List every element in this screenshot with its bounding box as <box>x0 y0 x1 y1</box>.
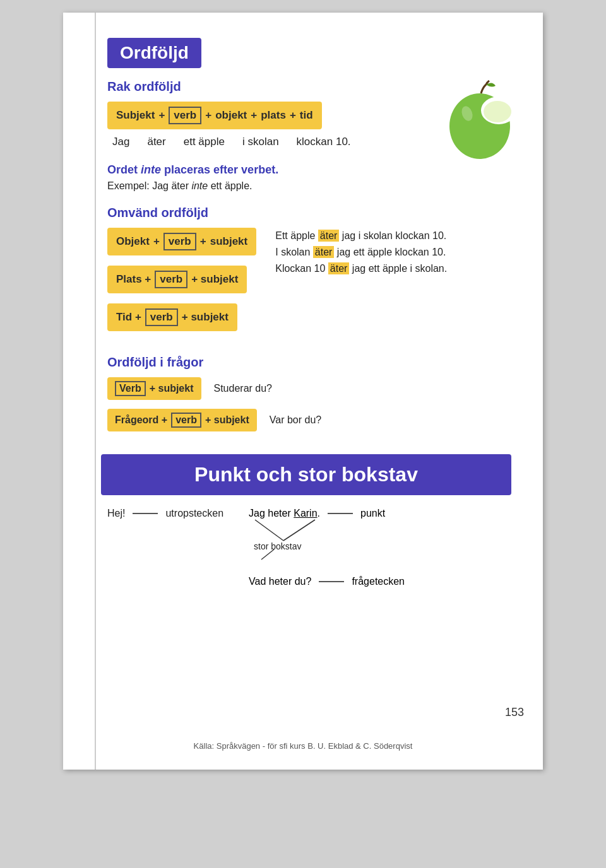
highlight-ater-3: äter <box>328 262 350 274</box>
dash-utrop <box>133 513 158 514</box>
punkt-right: Jag heter Karin. punkt stor bokstav <box>249 508 405 587</box>
fragor-heading: Ordföljd i frågor <box>107 355 505 370</box>
omvand-ex-1: Ett äpple äter jag i skolan klockan 10. <box>275 230 447 242</box>
svg-point-2 <box>484 101 511 122</box>
omvand-table: Objekt + verb + subjekt Plats + verb + s… <box>107 228 505 337</box>
fragor-row-1: Verb + subjekt Studerar du? <box>107 377 505 400</box>
fragor-ex-2: Var bor du? <box>270 414 321 426</box>
omvand-formula-3: Tid + verb + subjekt <box>107 303 237 331</box>
of1-3: subjekt <box>210 235 248 248</box>
omvand-ex-3: Klockan 10 äter jag ett äpple i skolan. <box>275 263 447 274</box>
diagram-area: stor bokstav <box>249 517 400 573</box>
punkt-title: Punkt och stor bokstav <box>194 463 418 486</box>
omvand-heading: Omvänd ordföljd <box>107 206 505 220</box>
vad-line: Vad heter du? frågetecken <box>249 576 405 587</box>
omvand-formula-2: Plats + verb + subjekt <box>107 266 247 293</box>
of1-2: verb <box>163 233 196 250</box>
omvand-formulas: Objekt + verb + subjekt Plats + verb + s… <box>107 228 256 337</box>
fragor-section: Ordföljd i frågor Verb + subjekt Studera… <box>107 355 505 431</box>
footer: Källa: Språkvägen - för sfi kurs B. U. E… <box>194 741 413 751</box>
rak-f2: verb <box>169 107 201 124</box>
hej-line: Hej! utropstecken <box>107 508 223 519</box>
fragor-row-2: Frågeord + verb + subjekt Var bor du? <box>107 409 505 431</box>
rak-f1: Subjekt <box>116 109 155 122</box>
rak-f5: tid <box>300 109 313 122</box>
vad-sentence: Vad heter du? <box>249 576 311 587</box>
of2-1: Plats + <box>116 273 151 286</box>
svg-line-5 <box>283 520 315 541</box>
punkt-examples: Hej! utropstecken Jag heter Karin. punkt <box>107 508 505 587</box>
diagram-svg: stor bokstav <box>249 517 375 567</box>
title-banner: Ordföljd <box>107 38 201 68</box>
of2-2: verb <box>155 271 187 288</box>
of3-2: verb <box>145 308 178 326</box>
inte-example: Exempel: Jag äter inte ett äpple. <box>107 180 505 192</box>
ff1-1: Verb <box>115 381 146 396</box>
ff1-2: + subjekt <box>150 383 194 394</box>
ex-klockan: klockan 10. <box>297 136 351 148</box>
ex-skolan: i skolan <box>242 136 279 148</box>
highlight-ater-2: äter <box>313 246 335 258</box>
fragor-formula-1: Verb + subjekt <box>107 377 201 400</box>
ex-apple: ett äpple <box>184 136 225 148</box>
fragor-rows: Verb + subjekt Studerar du? Frågeord + v… <box>107 377 505 431</box>
of2-3: + subjekt <box>191 273 238 286</box>
inte-section: Ordet inte placeras efter verbet. Exempe… <box>107 163 505 192</box>
omvand-ex-2: I skolan äter jag ett äpple klockan 10. <box>275 247 447 258</box>
inte-heading: Ordet inte placeras efter verbet. <box>107 163 505 177</box>
ex-jag: Jag <box>112 136 129 148</box>
svg-line-4 <box>255 520 283 541</box>
ff2-2: verb <box>171 413 201 428</box>
dash-fraga <box>319 581 344 582</box>
of1-1: Objekt <box>116 235 150 248</box>
punkt-title-banner: Punkt och stor bokstav <box>101 454 511 495</box>
ff2-1: Frågeord + <box>115 414 167 426</box>
hej-text: Hej! <box>107 508 125 519</box>
of3-3: + subjekt <box>182 311 229 324</box>
punkt-left: Hej! utropstecken <box>107 508 223 524</box>
rak-formula: Subjekt + verb + objekt + plats + tid <box>107 102 322 129</box>
utrop-label: utropstecken <box>165 508 223 519</box>
rak-f4: plats <box>261 109 286 122</box>
omvand-examples: Ett äpple äter jag i skolan klockan 10. … <box>275 228 447 274</box>
page-title: Ordföljd <box>120 43 189 62</box>
svg-text:stor bokstav: stor bokstav <box>254 541 301 551</box>
page: Ordföljd Rak ordföljd Subjekt + verb + o… <box>63 13 543 770</box>
ff2-3: + subjekt <box>205 414 249 426</box>
page-number: 153 <box>505 706 524 719</box>
fragor-ex-1: Studerar du? <box>214 383 273 394</box>
rak-f3: objekt <box>215 109 247 122</box>
fragor-formula-2: Frågeord + verb + subjekt <box>107 409 257 431</box>
ex-ater: äter <box>147 136 165 148</box>
fraga-label: frågetecken <box>352 576 405 587</box>
omvand-section: Omvänd ordföljd Objekt + verb + subjekt … <box>107 206 505 337</box>
omvand-formula-1: Objekt + verb + subjekt <box>107 228 256 255</box>
apple-image <box>442 76 518 164</box>
of3-1: Tid + <box>116 311 141 324</box>
dash-punkt <box>328 513 353 514</box>
punkt-section: Hej! utropstecken Jag heter Karin. punkt <box>107 508 505 587</box>
highlight-ater-1: äter <box>318 230 340 242</box>
